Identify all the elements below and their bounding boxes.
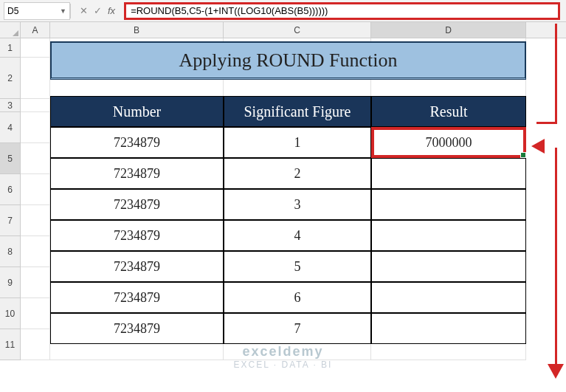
watermark-tagline: EXCEL · DATA · BI: [234, 360, 333, 370]
header-number[interactable]: Number: [50, 96, 224, 127]
cell-result[interactable]: [371, 220, 526, 251]
header-result[interactable]: Result: [371, 96, 526, 127]
title-text: Applying ROUND Function: [179, 49, 397, 72]
row-header-2[interactable]: 2: [0, 58, 21, 99]
cell-number[interactable]: 7234879: [50, 251, 224, 282]
cell-number[interactable]: 7234879: [50, 127, 224, 158]
row-header-9[interactable]: 9: [0, 267, 21, 298]
annotation-connector: [555, 148, 557, 365]
name-box[interactable]: D5 ▼: [4, 2, 70, 20]
name-box-value: D5: [7, 6, 18, 16]
cell[interactable]: [21, 38, 50, 58]
row-header-7[interactable]: 7: [0, 205, 21, 236]
cell-number[interactable]: 7234879: [50, 282, 224, 313]
row-header-1[interactable]: 1: [0, 38, 21, 58]
confirm-icon[interactable]: ✓: [94, 5, 102, 16]
cell[interactable]: [21, 205, 50, 236]
cell[interactable]: [21, 112, 50, 143]
cell-sigfig[interactable]: 6: [224, 282, 371, 313]
table-row: 7234879 7: [50, 313, 526, 344]
col-header-a[interactable]: A: [21, 22, 50, 38]
cell[interactable]: [21, 143, 50, 174]
formula-input[interactable]: =ROUND(B5,C5-(1+INT((LOG10(ABS(B5)))))): [124, 2, 560, 20]
table-row: 7234879 2: [50, 158, 526, 189]
cell-result[interactable]: [371, 158, 526, 189]
cell-sigfig[interactable]: 5: [224, 251, 371, 282]
cancel-icon[interactable]: ✕: [80, 5, 88, 16]
spreadsheet-grid[interactable]: A B C D 1 2 3 4 5 6 7 8 9 10 11 Applying…: [0, 22, 566, 392]
cell-number[interactable]: 7234879: [50, 220, 224, 251]
cell[interactable]: [21, 329, 50, 360]
row-header-8[interactable]: 8: [0, 236, 21, 267]
cell[interactable]: [21, 58, 50, 99]
cell-number[interactable]: 7234879: [50, 189, 224, 220]
table-row: 7234879 5: [50, 251, 526, 282]
table-row: 7234879 3: [50, 189, 526, 220]
watermark: exceldemy EXCEL · DATA · BI: [234, 344, 333, 370]
cell-result[interactable]: [371, 313, 526, 344]
row-header-11[interactable]: 11: [0, 329, 21, 360]
cell-number[interactable]: 7234879: [50, 313, 224, 344]
cell-result[interactable]: [371, 189, 526, 220]
header-sigfig[interactable]: Significant Figure: [224, 96, 371, 127]
formula-text: =ROUND(B5,C5-(1+INT((LOG10(ABS(B5)))))): [131, 5, 328, 16]
cell-sigfig[interactable]: 2: [224, 158, 371, 189]
col-header-c[interactable]: C: [224, 22, 371, 38]
col-header-b[interactable]: B: [50, 22, 224, 38]
row-header-5[interactable]: 5: [0, 143, 21, 174]
fx-icon[interactable]: fx: [108, 5, 115, 16]
col-header-d[interactable]: D: [371, 22, 526, 38]
row-header-3[interactable]: 3: [0, 99, 21, 112]
cell[interactable]: [21, 267, 50, 298]
cell-result[interactable]: 7000000: [371, 127, 526, 158]
annotation-connector: [555, 24, 557, 123]
table-row: 7234879 6: [50, 282, 526, 313]
annotation-connector: [536, 122, 557, 124]
cell-number[interactable]: 7234879: [50, 158, 224, 189]
title-banner[interactable]: Applying ROUND Function: [50, 41, 526, 80]
cell[interactable]: [21, 99, 50, 112]
row-header-4[interactable]: 4: [0, 112, 21, 143]
table-row: 7234879 1 7000000: [50, 127, 526, 158]
cell-sigfig[interactable]: 7: [224, 313, 371, 344]
table-row: 7234879 4: [50, 220, 526, 251]
cell-sigfig[interactable]: 3: [224, 189, 371, 220]
arrow-down-icon: [548, 364, 564, 379]
cell-result[interactable]: [371, 282, 526, 313]
data-table: Number Significant Figure Result 7234879…: [50, 96, 526, 344]
cell-sigfig[interactable]: 1: [224, 127, 371, 158]
cell-result[interactable]: [371, 251, 526, 282]
cell[interactable]: [21, 298, 50, 329]
cell-sigfig[interactable]: 4: [224, 220, 371, 251]
select-all-corner[interactable]: [0, 22, 21, 38]
table-header-row: Number Significant Figure Result: [50, 96, 526, 127]
dropdown-icon[interactable]: ▼: [60, 7, 66, 15]
cell[interactable]: [21, 174, 50, 205]
watermark-brand: exceldemy: [234, 344, 333, 360]
formula-bar: D5 ▼ ✕ ✓ fx =ROUND(B5,C5-(1+INT((LOG10(A…: [0, 0, 566, 22]
formula-bar-controls: ✕ ✓ fx: [71, 5, 124, 16]
cell[interactable]: [21, 236, 50, 267]
row-header-10[interactable]: 10: [0, 298, 21, 329]
column-headers: A B C D: [0, 22, 566, 38]
row-header-6[interactable]: 6: [0, 174, 21, 205]
